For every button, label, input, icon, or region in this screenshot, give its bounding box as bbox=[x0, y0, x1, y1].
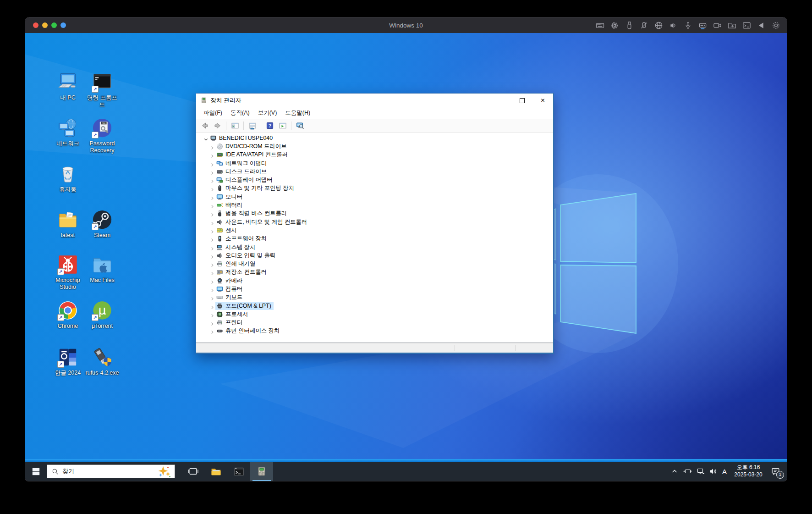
menu-view[interactable]: 보기(V) bbox=[254, 109, 281, 117]
shared-folder-icon[interactable] bbox=[728, 21, 736, 30]
chevron-right-icon[interactable] bbox=[210, 177, 215, 182]
zoom-button[interactable] bbox=[51, 22, 57, 28]
tree-item-20[interactable]: 프로세서 bbox=[196, 310, 553, 318]
chevron-right-icon[interactable] bbox=[210, 270, 215, 275]
tree-item-5[interactable]: 마우스 및 기타 포인팅 장치 bbox=[196, 184, 553, 193]
tree-item-11[interactable]: 소프트웨어 장치 bbox=[196, 235, 553, 243]
desktop-icon-command-prompt[interactable]: ↗명령 프롬프트 bbox=[85, 70, 120, 109]
tree-item-3[interactable]: 디스크 드라이브 bbox=[196, 167, 553, 176]
desktop-icon-rufus[interactable]: rufus-4.2.exe bbox=[85, 345, 120, 376]
tree-item-1[interactable]: IDE ATA/ATAPI 컨트롤러 bbox=[196, 151, 553, 159]
close-button[interactable] bbox=[33, 22, 38, 28]
tree-item-0[interactable]: DVD/CD-ROM 드라이브 bbox=[196, 142, 553, 150]
minimize-button[interactable] bbox=[491, 94, 512, 107]
chevron-right-icon[interactable] bbox=[210, 320, 215, 325]
start-button[interactable] bbox=[25, 462, 47, 481]
tree-item-6[interactable]: 모니터 bbox=[196, 193, 553, 201]
network-globe-icon[interactable] bbox=[654, 21, 663, 30]
desktop[interactable]: 내 PC↗명령 프롬프트네트워크FILE↗Password Recovery휴지… bbox=[25, 33, 787, 462]
properties-icon[interactable] bbox=[247, 121, 258, 131]
maximize-button[interactable] bbox=[512, 94, 532, 107]
chevron-right-icon[interactable] bbox=[210, 220, 215, 225]
device-manager-titlebar[interactable]: 장치 관리자 ✕ bbox=[196, 94, 553, 107]
chevron-right-icon[interactable] bbox=[210, 169, 215, 174]
desktop-icon-my-pc[interactable]: 내 PC bbox=[50, 70, 85, 101]
tree-item-14[interactable]: 인쇄 대기열 bbox=[196, 260, 553, 268]
tree-item-17[interactable]: 컴퓨터 bbox=[196, 285, 553, 293]
vm-titlebar[interactable]: Windows 10 bbox=[25, 17, 787, 33]
hidden-icons-chevron-icon[interactable] bbox=[670, 467, 679, 476]
menu-file[interactable]: 파일(F) bbox=[199, 109, 226, 117]
chevron-right-icon[interactable] bbox=[210, 328, 215, 333]
back-icon[interactable] bbox=[199, 121, 210, 131]
desktop-icon-mac-files[interactable]: Mac Files bbox=[85, 252, 120, 284]
processor-icon[interactable] bbox=[610, 21, 619, 30]
tree-item-15[interactable]: 저장소 컨트롤러 bbox=[196, 268, 553, 276]
chevron-right-icon[interactable] bbox=[210, 211, 215, 216]
video-camera-icon[interactable] bbox=[713, 21, 722, 30]
minimize-button[interactable] bbox=[42, 22, 48, 28]
copilot-icon[interactable] bbox=[157, 465, 171, 477]
desktop-icon-latest-folder[interactable]: latest bbox=[50, 207, 85, 239]
desktop-icon-network[interactable]: 네트워크 bbox=[50, 116, 85, 147]
chevron-right-icon[interactable] bbox=[210, 312, 215, 317]
ime-indicator[interactable]: A bbox=[721, 468, 728, 475]
taskbar-button-file-explorer[interactable] bbox=[204, 462, 227, 481]
previous-icon[interactable] bbox=[757, 21, 766, 30]
desktop-icon-hangul-2024[interactable]: ↗한글 2024 bbox=[50, 345, 85, 376]
chevron-right-icon[interactable] bbox=[210, 186, 215, 191]
tree-item-16[interactable]: 카메라 bbox=[196, 276, 553, 285]
usb-icon[interactable] bbox=[625, 21, 634, 30]
speaker-icon[interactable] bbox=[669, 21, 678, 30]
menu-action[interactable]: 동작(A) bbox=[226, 109, 254, 117]
desktop-icon-password-recovery[interactable]: FILE↗Password Recovery bbox=[85, 116, 120, 155]
chevron-right-icon[interactable] bbox=[210, 245, 215, 250]
tree-item-18[interactable]: 키보드 bbox=[196, 293, 553, 302]
mouse-disabled-icon[interactable] bbox=[640, 21, 648, 30]
tree-root-item[interactable]: BENEDICTUSPE040 bbox=[196, 134, 553, 142]
chevron-right-icon[interactable] bbox=[210, 144, 215, 149]
desktop-icon-microchip-studio[interactable]: ↗Microchip Studio bbox=[50, 252, 85, 291]
tree-item-10[interactable]: 센서 bbox=[196, 226, 553, 234]
chevron-right-icon[interactable] bbox=[210, 152, 215, 157]
chevron-right-icon[interactable] bbox=[210, 278, 215, 283]
terminal-icon[interactable] bbox=[742, 21, 751, 30]
chevron-right-icon[interactable] bbox=[210, 228, 215, 233]
battery-status-icon[interactable] bbox=[683, 467, 692, 476]
notification-icon[interactable]: 1 bbox=[771, 466, 781, 477]
desktop-icon-utorrent[interactable]: µ↗μTorrent bbox=[85, 298, 120, 330]
taskbar-button-device-manager[interactable] bbox=[250, 462, 273, 481]
chevron-right-icon[interactable] bbox=[210, 253, 215, 258]
device-tree[interactable]: BENEDICTUSPE040DVD/CD-ROM 드라이브IDE ATA/AT… bbox=[196, 133, 553, 343]
clock[interactable]: 오후 6:16 2025-03-20 bbox=[731, 464, 765, 478]
chevron-right-icon[interactable] bbox=[210, 261, 215, 266]
taskbar-button-command-prompt[interactable] bbox=[227, 462, 250, 481]
keyboard-icon[interactable] bbox=[596, 21, 604, 30]
scan-hardware-icon[interactable] bbox=[294, 121, 306, 131]
menu-help[interactable]: 도움말(H) bbox=[281, 109, 314, 117]
console-tree-icon[interactable] bbox=[229, 121, 241, 131]
chevron-right-icon[interactable] bbox=[210, 161, 215, 166]
chevron-right-icon[interactable] bbox=[210, 304, 215, 309]
action-pane-icon[interactable] bbox=[277, 121, 288, 131]
taskbar-button-task-view[interactable] bbox=[181, 462, 204, 481]
search-input[interactable]: 찾기 bbox=[47, 464, 175, 478]
tree-item-8[interactable]: 범용 직렬 버스 컨트롤러 bbox=[196, 210, 553, 218]
chevron-right-icon[interactable] bbox=[210, 236, 215, 241]
desktop-icon-steam[interactable]: ↗Steam bbox=[85, 207, 120, 239]
help-icon[interactable]: ? bbox=[264, 121, 275, 131]
tree-item-19[interactable]: 포트(COM & LPT) bbox=[196, 302, 553, 310]
tree-item-2[interactable]: 네트워크 어댑터 bbox=[196, 159, 553, 167]
settings-gear-icon[interactable] bbox=[772, 21, 780, 30]
desktop-icon-recycle-bin[interactable]: 휴지통 bbox=[50, 161, 85, 193]
tree-item-9[interactable]: 사운드, 비디오 및 게임 컨트롤러 bbox=[196, 218, 553, 226]
tree-item-13[interactable]: 오디오 입력 및 출력 bbox=[196, 251, 553, 260]
chevron-right-icon[interactable] bbox=[210, 194, 215, 199]
hard-disk-icon[interactable] bbox=[698, 21, 707, 30]
forward-icon[interactable] bbox=[212, 121, 223, 131]
desktop-icon-chrome[interactable]: ↗Chrome bbox=[50, 298, 85, 330]
network-status-icon[interactable] bbox=[696, 467, 705, 476]
tree-item-22[interactable]: 휴먼 인터페이스 장치 bbox=[196, 327, 553, 335]
chevron-right-icon[interactable] bbox=[210, 203, 215, 208]
close-button[interactable]: ✕ bbox=[532, 94, 553, 107]
